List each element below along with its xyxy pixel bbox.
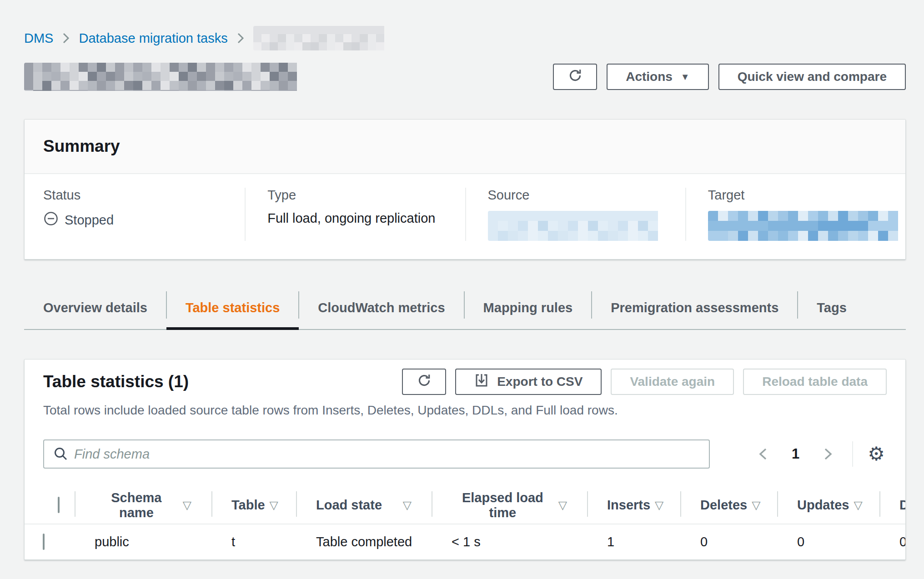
search-icon [53, 446, 69, 464]
column-header-inserts[interactable]: Inserts [607, 498, 650, 513]
table-settings-button[interactable]: ⚙ [866, 444, 887, 464]
toolbar-divider [852, 441, 853, 467]
column-header-table[interactable]: Table [231, 498, 265, 513]
summary-title: Summary [43, 137, 887, 156]
cell-deletes: 0 [680, 524, 777, 559]
status-text: Stopped [65, 213, 114, 228]
sort-icon[interactable]: ▽ [403, 499, 412, 512]
validate-again-button[interactable]: Validate again [611, 369, 734, 395]
cell-schema-name: public [75, 524, 211, 559]
download-icon [474, 373, 489, 391]
cell-inserts: 1 [587, 524, 680, 559]
table-statistics-description: Total rows include loaded source table r… [43, 403, 887, 418]
breadcrumb-task-name-redacted [253, 26, 388, 50]
column-header-ddls[interactable]: DDLs [899, 498, 906, 513]
stopped-circle-minus-icon [43, 211, 59, 230]
tab-overview-details[interactable]: Overview details [24, 289, 166, 329]
table-statistics-panel: Table statistics (1) [24, 359, 906, 560]
dms-task-page: DMS Database migration tasks Actions [24, 0, 906, 560]
table-statistics-table: Schema name▽ Table▽ Load state▽ Elapsed … [25, 487, 906, 559]
cell-elapsed-load-time: < 1 s [432, 524, 587, 559]
cell-load-state: Table completed [296, 524, 432, 559]
quick-view-compare-button[interactable]: Quick view and compare [718, 64, 906, 90]
actions-menu-button[interactable]: Actions ▼ [607, 64, 708, 90]
summary-field-status: Status Stopped [25, 188, 245, 241]
tab-cloudwatch-metrics[interactable]: CloudWatch metrics [299, 289, 464, 329]
tab-table-statistics[interactable]: Table statistics [166, 289, 299, 329]
row-checkbox[interactable] [43, 534, 45, 550]
summary-panel: Summary Status Stopped Type Full load, o… [24, 119, 906, 260]
breadcrumb: DMS Database migration tasks [24, 25, 906, 51]
sort-icon[interactable]: ▽ [558, 499, 567, 512]
sort-icon[interactable]: ▽ [270, 499, 278, 512]
previous-page-button[interactable] [753, 443, 773, 465]
tab-tags[interactable]: Tags [798, 289, 866, 329]
breadcrumb-link-dms[interactable]: DMS [24, 31, 53, 46]
refresh-button[interactable] [553, 64, 597, 90]
find-schema-input[interactable] [43, 439, 710, 469]
summary-field-target: Target [685, 188, 905, 241]
header-actions: Actions ▼ Quick view and compare [553, 64, 906, 90]
source-endpoint-redacted [488, 211, 665, 241]
table-statistics-buttons: Export to CSV Validate again Reload tabl… [402, 369, 887, 395]
sort-icon[interactable]: ▽ [854, 499, 862, 512]
chevron-left-icon [757, 446, 770, 462]
export-to-csv-label: Export to CSV [497, 374, 583, 389]
table-refresh-button[interactable] [402, 369, 446, 395]
sort-icon[interactable]: ▽ [655, 499, 663, 512]
table-toolbar: 1 ⚙ [25, 439, 905, 469]
tab-premigration-assessments[interactable]: Premigration assessments [592, 289, 798, 329]
summary-field-source: Source [465, 188, 685, 241]
gear-icon: ⚙ [868, 443, 885, 464]
chevron-right-icon [821, 446, 834, 462]
breadcrumb-chevron-icon [237, 32, 244, 44]
summary-field-type: Type Full load, ongoing replication [245, 188, 465, 241]
target-label: Target [708, 188, 884, 203]
reload-table-data-button[interactable]: Reload table data [743, 369, 887, 395]
summary-body: Status Stopped Type Full load, ongoing r… [25, 174, 905, 259]
column-header-load-state[interactable]: Load state [316, 498, 382, 513]
table-header-row: Schema name▽ Table▽ Load state▽ Elapsed … [25, 487, 906, 524]
page-title-redacted [24, 63, 301, 91]
cell-updates: 0 [777, 524, 879, 559]
status-value: Stopped [43, 211, 223, 230]
table-row: public t Table completed < 1 s 1 0 0 0 [25, 524, 906, 559]
column-header-schema-name[interactable]: Schema name [95, 490, 178, 520]
breadcrumb-chevron-icon [62, 32, 70, 44]
type-value: Full load, ongoing replication [267, 211, 443, 226]
pagination: 1 ⚙ [753, 441, 887, 467]
cell-ddls: 0 [879, 524, 906, 559]
table-statistics-title: Table statistics (1) [43, 372, 189, 391]
target-endpoint-redacted [708, 211, 905, 241]
table-statistics-header: Table statistics (1) [25, 359, 905, 418]
export-to-csv-button[interactable]: Export to CSV [455, 369, 602, 395]
select-all-checkbox[interactable] [58, 497, 60, 513]
column-header-deletes[interactable]: Deletes [700, 498, 747, 513]
source-label: Source [488, 188, 663, 203]
page-header: Actions ▼ Quick view and compare [24, 63, 906, 91]
status-label: Status [43, 188, 223, 203]
summary-header: Summary [25, 120, 905, 174]
cell-table: t [211, 524, 296, 559]
current-page-number: 1 [792, 446, 799, 462]
column-header-elapsed-load-time[interactable]: Elapsed load time [452, 490, 554, 520]
caret-down-icon: ▼ [681, 72, 690, 81]
tab-bar: Overview details Table statistics CloudW… [24, 289, 906, 330]
refresh-icon [567, 68, 583, 86]
sort-icon[interactable]: ▽ [752, 499, 760, 512]
column-header-updates[interactable]: Updates [797, 498, 849, 513]
breadcrumb-link-migration-tasks[interactable]: Database migration tasks [79, 31, 227, 46]
schema-search [43, 439, 710, 469]
actions-menu-label: Actions [626, 70, 673, 84]
type-label: Type [267, 188, 443, 203]
refresh-icon [417, 373, 432, 391]
next-page-button[interactable] [818, 443, 838, 465]
sort-icon[interactable]: ▽ [183, 499, 191, 512]
tab-mapping-rules[interactable]: Mapping rules [464, 289, 592, 329]
